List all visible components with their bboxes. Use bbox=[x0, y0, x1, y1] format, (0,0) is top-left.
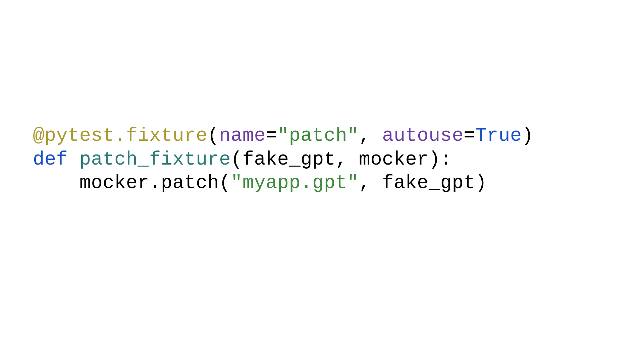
comma-token: , bbox=[359, 125, 382, 146]
code-line-1: @pytest.fixture(name="patch", autouse=Tr… bbox=[33, 125, 533, 146]
call-token: mocker.patch( bbox=[79, 172, 231, 194]
kwarg-name: name bbox=[219, 125, 266, 146]
code-line-2: def patch_fixture(fake_gpt, mocker): bbox=[33, 149, 452, 170]
code-snippet: @pytest.fixture(name="patch", autouse=Tr… bbox=[33, 124, 533, 195]
equals-token: = bbox=[464, 125, 475, 146]
function-name: patch_fixture bbox=[79, 149, 231, 170]
paren-open: ( bbox=[208, 125, 219, 146]
def-keyword: def bbox=[33, 149, 68, 170]
string-token: "patch" bbox=[277, 125, 359, 146]
paren-close: ) bbox=[522, 125, 534, 146]
rest-token: , fake_gpt) bbox=[359, 172, 487, 194]
equals-token: = bbox=[266, 125, 277, 146]
string-token: "myapp.gpt" bbox=[231, 172, 359, 194]
params-token: (fake_gpt, mocker): bbox=[231, 149, 452, 170]
indent-token bbox=[33, 172, 79, 194]
space-token bbox=[68, 149, 79, 170]
decorator-token: @pytest.fixture bbox=[33, 125, 208, 146]
code-line-3: mocker.patch("myapp.gpt", fake_gpt) bbox=[33, 172, 487, 194]
kwarg-autouse: autouse bbox=[382, 125, 464, 146]
true-token: True bbox=[475, 125, 522, 146]
